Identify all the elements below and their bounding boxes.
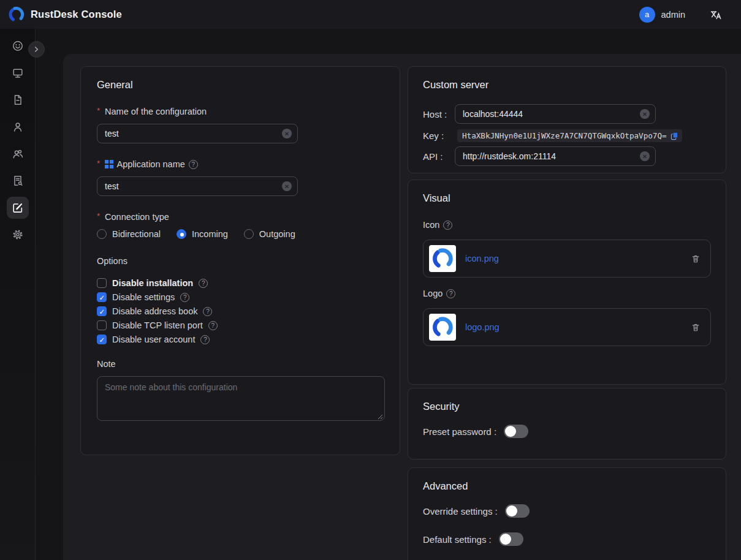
brand: RustDesk Console (8, 6, 122, 23)
edit-icon (12, 202, 24, 214)
api-label: API : (423, 151, 455, 162)
key-label: Key : (423, 131, 455, 141)
default-settings-toggle[interactable] (499, 532, 523, 546)
required-asterisk-icon (97, 211, 100, 221)
trash-icon[interactable] (691, 322, 701, 333)
avatar[interactable]: a (639, 7, 655, 23)
preset-password-row: Preset password : (423, 425, 711, 438)
custom-server-title: Custom server (423, 79, 711, 91)
sidebar-item-users[interactable] (7, 116, 29, 138)
clear-icon[interactable] (282, 181, 292, 191)
general-card: General Name of the configuration Applic… (80, 66, 400, 455)
sidebar-expand-button[interactable] (28, 41, 45, 58)
preset-password-toggle[interactable] (504, 425, 528, 438)
logo-thumbnail (429, 314, 456, 341)
logo-file-link[interactable]: logo.png (465, 322, 500, 332)
default-settings-row: Default settings : (423, 532, 711, 546)
sidebar-item-custom-clients[interactable] (7, 197, 29, 219)
app-name-field (97, 176, 298, 196)
windows-logo-icon (105, 160, 113, 168)
checkbox-icon[interactable] (97, 335, 107, 344)
option-disable-tcp-listen-port[interactable]: Disable TCP listen port (97, 320, 384, 330)
override-settings-toggle[interactable] (505, 504, 530, 518)
rustdesk-logo-icon (431, 316, 454, 338)
help-icon[interactable] (203, 307, 212, 316)
connection-type-label: Connection type (97, 212, 384, 222)
key-value-chip: HtaXBkJNHyn0e1U1jWXze7A7CN7QTGWqxkOtpaVp… (457, 129, 682, 142)
chevron-right-icon (33, 46, 40, 53)
visual-title: Visual (423, 192, 711, 204)
help-icon[interactable] (199, 279, 208, 288)
checkbox-icon[interactable] (97, 320, 107, 330)
option-disable-address-book[interactable]: Disable address book (97, 306, 384, 316)
user-icon (12, 121, 24, 133)
clear-icon[interactable] (282, 129, 292, 138)
app-name-input[interactable] (97, 176, 298, 196)
sidebar (0, 29, 36, 560)
radio-icon[interactable] (177, 229, 186, 239)
advanced-card: Advanced Override settings : Default set… (408, 467, 726, 560)
gear-icon (12, 229, 24, 241)
smiley-icon (12, 40, 24, 52)
rustdesk-logo-icon (431, 248, 454, 270)
document-icon (12, 94, 24, 106)
options-label: Options (97, 256, 384, 266)
help-icon[interactable] (189, 160, 198, 169)
radio-outgoing[interactable]: Outgoing (244, 229, 295, 239)
copy-icon[interactable] (671, 132, 678, 140)
radio-bidirectional[interactable]: Bidirectional (97, 229, 161, 239)
logo-file-row: logo.png (423, 308, 711, 346)
app-name-label: Application name (97, 159, 384, 169)
config-name-input[interactable] (97, 124, 298, 143)
users-icon (12, 148, 24, 160)
host-label: Host : (423, 109, 455, 119)
sidebar-item-settings[interactable] (7, 224, 29, 246)
icon-file-link[interactable]: icon.png (465, 254, 499, 263)
key-row: Key : HtaXBkJNHyn0e1U1jWXze7A7CN7QTGWqxk… (423, 129, 711, 142)
option-disable-installation[interactable]: Disable installation (97, 278, 384, 288)
help-icon[interactable] (443, 221, 452, 230)
note-label: Note (97, 359, 384, 369)
monitor-icon (12, 67, 24, 79)
sidebar-item-audit[interactable] (7, 170, 29, 192)
required-asterisk-icon (97, 106, 100, 115)
sidebar-item-dashboard[interactable] (7, 35, 29, 57)
host-input[interactable] (455, 104, 656, 124)
api-row: API : (423, 146, 711, 166)
help-icon[interactable] (200, 335, 210, 344)
clear-icon[interactable] (640, 151, 650, 161)
radio-icon[interactable] (244, 229, 254, 239)
config-name-label: Name of the configuration (97, 107, 384, 116)
required-asterisk-icon (97, 159, 100, 168)
radio-icon[interactable] (97, 229, 107, 239)
clear-icon[interactable] (640, 109, 650, 119)
checkbox-icon[interactable] (97, 278, 107, 288)
trash-icon[interactable] (691, 254, 701, 264)
security-card: Security Preset password : (408, 388, 726, 460)
connection-type-group: Bidirectional Incoming Outgoing (97, 229, 384, 239)
radio-incoming[interactable]: Incoming (177, 229, 228, 239)
language-icon[interactable] (710, 9, 722, 21)
audit-log-icon (12, 175, 24, 187)
sidebar-item-groups[interactable] (7, 143, 29, 165)
user-name[interactable]: admin (661, 10, 686, 20)
sidebar-item-devices[interactable] (7, 62, 29, 84)
sidebar-item-sessions[interactable] (7, 89, 29, 111)
icon-file-row: icon.png (423, 240, 711, 278)
help-icon[interactable] (180, 293, 189, 302)
help-icon[interactable] (446, 289, 455, 298)
resize-grip-icon[interactable] (378, 414, 383, 420)
app-header: RustDesk Console a admin (0, 0, 741, 29)
option-disable-settings[interactable]: Disable settings (97, 292, 384, 302)
api-input[interactable] (455, 146, 656, 166)
checkbox-icon[interactable] (97, 292, 107, 302)
option-disable-user-account[interactable]: Disable user account (97, 335, 384, 344)
logo-label: Logo (423, 289, 711, 298)
security-title: Security (423, 401, 711, 412)
checkbox-icon[interactable] (97, 306, 107, 316)
note-textarea[interactable] (97, 376, 385, 421)
api-field (455, 146, 656, 166)
key-value: HtaXBkJNHyn0e1U1jWXze7A7CN7QTGWqxkOtpaVp… (462, 131, 667, 140)
advanced-title: Advanced (423, 480, 711, 492)
help-icon[interactable] (208, 321, 218, 330)
